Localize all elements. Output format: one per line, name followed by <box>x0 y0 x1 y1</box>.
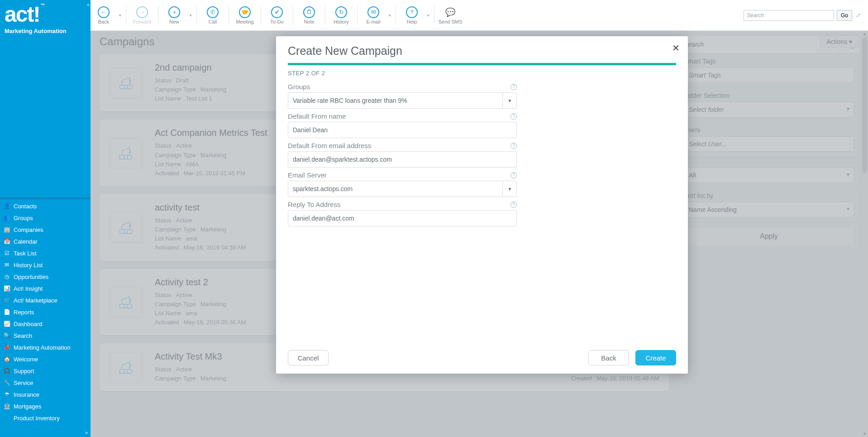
nav-icon: 🏠 <box>4 356 10 362</box>
modal-step-indicator: STEP 2 OF 2 <box>276 65 688 83</box>
email-server-label: Email Server <box>288 171 327 179</box>
nav-label: Act! Insight <box>14 285 43 292</box>
sidebar: « act!™ Marketing Automation 👤Contacts👥G… <box>0 0 91 437</box>
nav-label: Companies <box>14 226 43 233</box>
nav-icon: 📣 <box>4 344 10 351</box>
sidebar-item-welcome[interactable]: 🏠Welcome <box>0 353 91 365</box>
nav-icon: 🎧 <box>4 368 10 374</box>
nav-label: Opportunities <box>14 274 48 280</box>
sidebar-item-calendar[interactable]: 📅Calendar <box>0 235 91 247</box>
sidebar-item-task-list[interactable]: ☑Task List <box>0 247 91 259</box>
nav-icon: ✉ <box>4 262 10 268</box>
nav-icon: 🏦 <box>4 403 10 409</box>
meeting-button[interactable]: 🤝Meeting <box>232 0 258 31</box>
call-button[interactable]: ✆Call <box>200 0 226 31</box>
sidebar-item-marketing-automation[interactable]: 📣Marketing Automation <box>0 341 91 353</box>
modal-cancel-button[interactable]: Cancel <box>288 350 329 365</box>
nav-icon: ◷ <box>4 274 10 280</box>
nav-label: Marketing Automation <box>14 344 71 351</box>
email-server-select[interactable] <box>288 181 517 197</box>
nav-label: Search <box>14 332 32 339</box>
sidebar-item-search[interactable]: 🔍Search <box>0 330 91 341</box>
from-name-input[interactable] <box>288 122 517 138</box>
sidebar-item-opportunities[interactable]: ◷Opportunities <box>0 271 91 283</box>
nav-label: Calendar <box>14 238 38 245</box>
nav-label: Insurance <box>14 391 39 398</box>
groups-select[interactable] <box>288 92 517 109</box>
nav-icon: 👥 <box>4 215 10 221</box>
nav-label: Welcome <box>14 356 38 363</box>
new-dropdown[interactable]: ▾ <box>187 13 194 18</box>
nav-label: Act! Marketplace <box>14 297 57 304</box>
nav-icon: 📅 <box>4 238 10 245</box>
email-dropdown[interactable]: ▾ <box>386 13 393 18</box>
forward-button[interactable]: →Forward <box>129 0 155 31</box>
sidebar-item-groups[interactable]: 👥Groups <box>0 212 91 224</box>
nav-label: Product Inventory <box>14 415 60 422</box>
from-name-help-icon[interactable]: ? <box>510 113 517 120</box>
sidebar-item-act-insight[interactable]: 📊Act! Insight <box>0 283 91 294</box>
history-button[interactable]: ↻History <box>328 0 354 31</box>
sidebar-nav: 👤Contacts👥Groups🏢Companies📅Calendar☑Task… <box>0 200 91 424</box>
nav-label: History List <box>14 262 43 269</box>
nav-icon: 🛒 <box>4 297 10 303</box>
sidebar-item-history-list[interactable]: ✉History List <box>0 259 91 271</box>
back-dropdown[interactable]: ▾ <box>117 13 123 18</box>
nav-icon: 📄 <box>4 309 10 315</box>
from-name-label: Default From name <box>288 112 346 120</box>
sidebar-item-companies[interactable]: 🏢Companies <box>0 224 91 235</box>
help-button[interactable]: ?Help <box>399 0 425 31</box>
modal-title: Create New Campaign <box>288 44 676 58</box>
from-email-input[interactable] <box>288 151 517 168</box>
sidebar-item-insurance[interactable]: ☂Insurance <box>0 389 91 400</box>
modal-create-button[interactable]: Create <box>635 350 676 365</box>
top-toolbar: ←Back ▾ →Forward ＋New ▾ ✆Call 🤝Meeting ✔… <box>91 0 868 31</box>
email-button[interactable]: ✉E-mail <box>360 0 386 31</box>
reply-to-input[interactable] <box>288 210 517 226</box>
todo-button[interactable]: ✔To-Do <box>264 0 290 31</box>
sidebar-item-mortgages[interactable]: 🏦Mortgages <box>0 400 91 412</box>
back-button[interactable]: ←Back <box>91 0 117 31</box>
nav-label: Task List <box>14 250 37 257</box>
nav-label: Mortgages <box>14 403 41 410</box>
groups-label: Groups <box>288 83 310 91</box>
sidebar-item-product-inventory[interactable]: Product Inventory <box>0 412 91 424</box>
groups-help-icon[interactable]: ? <box>510 84 517 90</box>
from-email-label: Default From email address <box>288 142 371 149</box>
reply-to-help-icon[interactable]: ? <box>510 202 517 208</box>
nav-label: Reports <box>14 309 34 316</box>
nav-icon: 🔍 <box>4 332 10 339</box>
create-campaign-modal: Create New Campaign ✕ STEP 2 OF 2 Groups… <box>276 36 688 374</box>
nav-label: Contacts <box>14 203 37 210</box>
sidebar-item-dashboard[interactable]: 📈Dashboard <box>0 318 91 330</box>
global-search-input[interactable] <box>744 10 834 21</box>
sidebar-item-support[interactable]: 🎧Support <box>0 365 91 377</box>
modal-close-button[interactable]: ✕ <box>672 43 680 53</box>
nav-label: Dashboard <box>14 321 43 327</box>
brand-subtitle: Marketing Automation <box>5 28 86 34</box>
brand-logo: act!™ <box>5 5 86 24</box>
note-button[interactable]: 🗒Note <box>296 0 322 31</box>
help-dropdown[interactable]: ▾ <box>425 13 431 18</box>
nav-icon: 📈 <box>4 321 10 327</box>
nav-label: Service <box>14 379 33 386</box>
logo-area: act!™ Marketing Automation <box>0 0 91 38</box>
nav-icon: 🏢 <box>4 226 10 233</box>
sidebar-item-reports[interactable]: 📄Reports <box>0 306 91 318</box>
sidebar-item-act-marketplace[interactable]: 🛒Act! Marketplace <box>0 294 91 306</box>
sidebar-item-contacts[interactable]: 👤Contacts <box>0 200 91 212</box>
nav-icon: ☑ <box>4 250 10 256</box>
reply-to-label: Reply To Address <box>288 201 340 208</box>
expand-icon[interactable]: ⤢ <box>855 11 862 19</box>
nav-label: Groups <box>14 215 33 221</box>
new-button[interactable]: ＋New <box>161 0 187 31</box>
sidebar-expand-icon[interactable]: » <box>85 430 88 435</box>
email-server-help-icon[interactable]: ? <box>510 172 517 178</box>
nav-label: Support <box>14 368 34 375</box>
send-sms-button[interactable]: 💬Send SMS <box>437 0 463 31</box>
global-search-go-button[interactable]: Go <box>837 10 852 21</box>
from-email-help-icon[interactable]: ? <box>510 143 517 149</box>
nav-icon: 👤 <box>4 203 10 209</box>
modal-back-button[interactable]: Back <box>588 350 629 365</box>
sidebar-item-service[interactable]: 🔧Service <box>0 377 91 389</box>
